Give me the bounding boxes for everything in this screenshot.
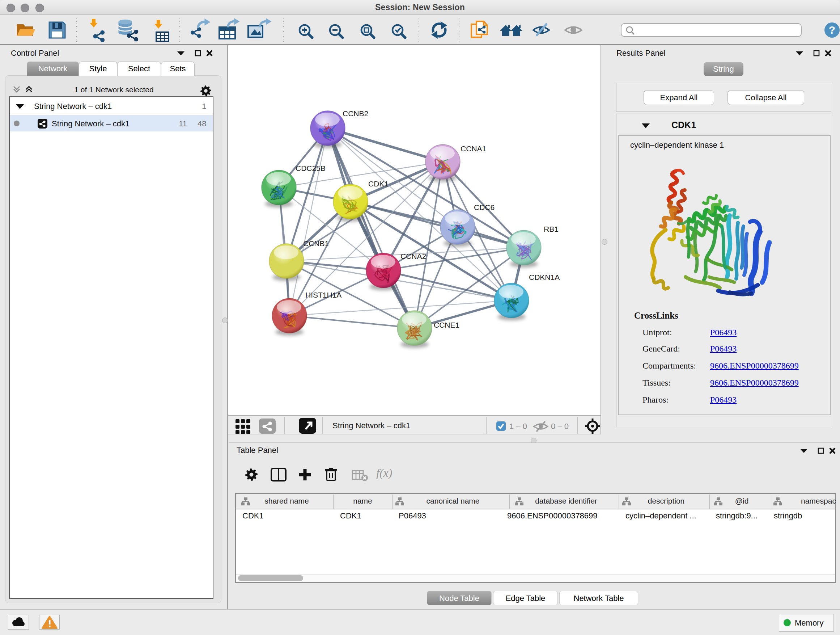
svg-text:CDK1: CDK1	[368, 180, 388, 188]
svg-text:CCNB1: CCNB1	[303, 239, 329, 248]
svg-text:?: ?	[829, 24, 835, 36]
svg-text:RB1: RB1	[544, 225, 559, 233]
svg-text:CCNE1: CCNE1	[434, 321, 459, 329]
svg-text:CCNA1: CCNA1	[461, 144, 486, 153]
svg-text:HIST1H1A: HIST1H1A	[305, 291, 341, 299]
svg-text:CDC6: CDC6	[474, 203, 494, 211]
svg-text:CDC25B: CDC25B	[295, 164, 325, 172]
svg-text:CCNA2: CCNA2	[401, 252, 426, 260]
svg-text:CCNB2: CCNB2	[343, 109, 368, 118]
svg-text:CDKN1A: CDKN1A	[529, 273, 560, 281]
